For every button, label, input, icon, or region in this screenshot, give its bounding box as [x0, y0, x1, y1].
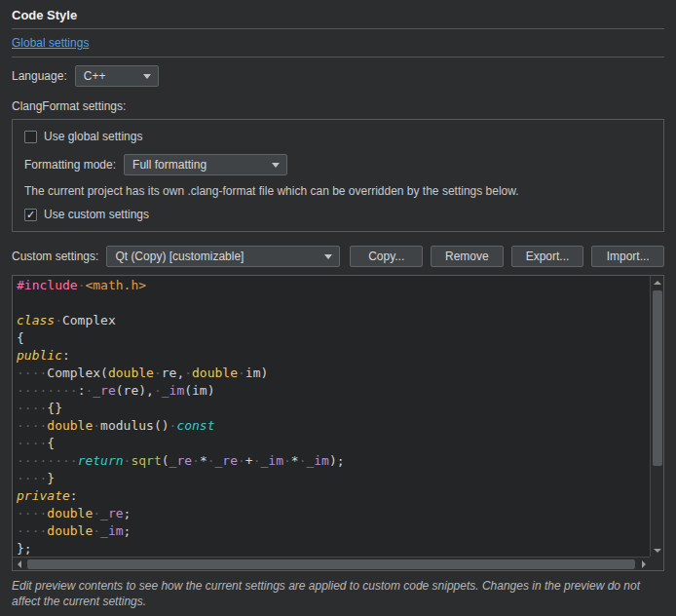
code-line: ····Complex(double·re,·double·im): [17, 365, 646, 382]
code-line: {: [17, 329, 646, 347]
formatting-mode-combobox[interactable]: Full formatting: [124, 154, 287, 175]
horizontal-scrollbar-thumb[interactable]: [27, 559, 635, 569]
chevron-down-icon: [143, 74, 151, 79]
code-line: ········:·_re(re),·_im(im): [17, 382, 646, 400]
use-global-settings-checkbox[interactable]: Use global settings: [24, 130, 652, 143]
code-editor-lines: #include·<math.h>class·Complex{public:··…: [13, 276, 650, 557]
language-row: Language: C++: [12, 65, 664, 87]
language-combobox-value: C++: [84, 69, 106, 83]
code-line: ····double·_re;: [17, 505, 646, 522]
copy-button[interactable]: Copy...: [350, 246, 423, 267]
scroll-down-icon[interactable]: [651, 544, 663, 557]
scroll-up-icon[interactable]: [651, 276, 663, 289]
clangformat-settings-label: ClangFormat settings:: [12, 99, 664, 113]
remove-button[interactable]: Remove: [431, 246, 504, 267]
chevron-down-icon: [324, 254, 332, 259]
scroll-right-icon[interactable]: [637, 558, 650, 570]
global-settings-link[interactable]: Global settings: [12, 36, 89, 50]
code-line: };: [17, 540, 646, 557]
code-style-settings-page: Code Style Global settings Language: C++…: [0, 0, 676, 616]
horizontal-scrollbar[interactable]: [13, 557, 650, 570]
clangformat-groupbox: Use global settings Formatting mode: Ful…: [12, 119, 664, 232]
code-line: ····}: [17, 470, 646, 487]
code-line: ········return·sqrt(_re·*·_re·+·_im·*·_i…: [17, 452, 646, 470]
custom-settings-combobox[interactable]: Qt (Copy) [customizable]: [106, 246, 340, 267]
formatting-mode-combobox-value: Full formatting: [132, 158, 207, 172]
use-custom-settings-label: Use custom settings: [44, 208, 149, 221]
language-label: Language:: [12, 69, 67, 83]
code-line: [17, 294, 646, 312]
code-line: public:: [17, 347, 646, 365]
import-button[interactable]: Import...: [591, 246, 664, 267]
custom-settings-row: Custom settings: Qt (Copy) [customizable…: [12, 246, 664, 267]
checkbox-unchecked-icon: [24, 131, 37, 143]
use-custom-settings-checkbox[interactable]: ✓ Use custom settings: [24, 208, 652, 221]
use-global-settings-label: Use global settings: [44, 130, 142, 143]
formatting-mode-row: Formatting mode: Full formatting: [24, 154, 652, 175]
vertical-scrollbar[interactable]: [650, 276, 663, 557]
code-line: #include·<math.h>: [17, 277, 646, 294]
clang-format-info-text: The current project has its own .clang-f…: [24, 184, 652, 198]
scroll-left-icon[interactable]: [13, 558, 25, 570]
divider: [12, 28, 664, 29]
custom-settings-label: Custom settings:: [12, 250, 98, 263]
custom-settings-combobox-value: Qt (Copy) [customizable]: [115, 250, 244, 263]
page-title: Code Style: [12, 8, 664, 22]
checkbox-checked-icon: ✓: [24, 209, 37, 221]
code-line: ····{}: [17, 400, 646, 417]
divider: [12, 57, 664, 58]
chevron-down-icon: [272, 163, 280, 168]
language-combobox[interactable]: C++: [75, 65, 159, 87]
code-preview-editor[interactable]: #include·<math.h>class·Complex{public:··…: [12, 275, 664, 571]
code-line: ····double·modulus()·const: [17, 417, 646, 435]
code-line: class·Complex: [17, 312, 646, 329]
vertical-scrollbar-thumb[interactable]: [653, 290, 662, 466]
code-line: ····double·_im;: [17, 522, 646, 540]
formatting-mode-label: Formatting mode:: [24, 158, 116, 172]
export-button[interactable]: Export...: [511, 246, 584, 267]
scrollbar-corner: [650, 557, 663, 570]
preview-help-note: Edit preview contents to see how the cur…: [12, 579, 664, 609]
code-line: private:: [17, 487, 646, 505]
code-line: ····{: [17, 435, 646, 452]
